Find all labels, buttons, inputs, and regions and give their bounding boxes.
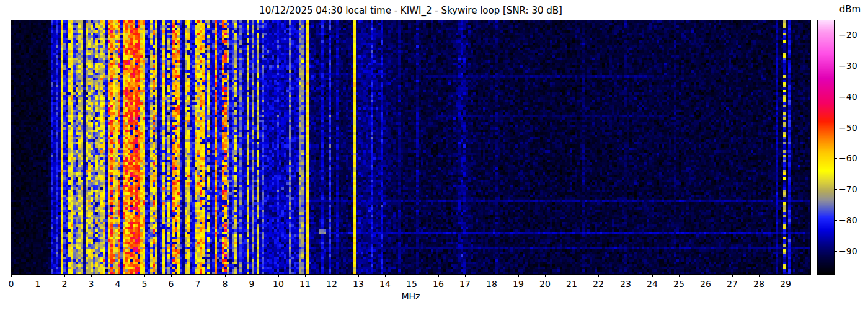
colorbar-tick-label: −60 (839, 153, 857, 164)
x-tick-label: 14 (373, 279, 397, 289)
x-tick-label: 2 (52, 279, 77, 289)
x-tick-label: 10 (266, 279, 291, 289)
x-tick-mark (225, 274, 226, 277)
x-tick-label: 6 (159, 279, 184, 289)
x-tick-label: 23 (613, 279, 638, 289)
x-tick-mark (786, 274, 786, 277)
x-tick-label: 18 (479, 279, 504, 289)
x-tick-mark (572, 274, 572, 277)
x-tick-mark (305, 274, 306, 277)
x-tick-label: 15 (399, 279, 424, 289)
colorbar-tick-mark (835, 128, 837, 128)
x-tick-label: 16 (426, 279, 451, 289)
x-tick-mark (252, 274, 252, 277)
x-tick-label: 24 (640, 279, 665, 289)
x-tick-mark (759, 274, 760, 277)
x-tick-mark (652, 274, 653, 277)
x-tick-label: 11 (293, 279, 317, 289)
x-tick-label: 19 (506, 279, 531, 289)
colorbar-tick-mark (835, 97, 837, 97)
colorbar-tick-mark (835, 158, 837, 159)
colorbar-tick-mark (835, 66, 837, 66)
colorbar-tick-label: −30 (839, 60, 857, 71)
colorbar-tick-label: −50 (839, 122, 857, 133)
x-tick-label: 9 (239, 279, 264, 289)
x-tick-mark (626, 274, 626, 277)
x-tick-label: 21 (559, 279, 584, 289)
x-tick-mark (144, 274, 145, 277)
colorbar-tick-label: −70 (839, 184, 857, 195)
x-tick-label: 5 (132, 279, 157, 289)
x-tick-label: 28 (746, 279, 771, 289)
x-tick-mark (198, 274, 198, 277)
x-axis-label: MHz (11, 291, 810, 301)
x-tick-mark (438, 274, 439, 277)
x-tick-label: 7 (185, 279, 210, 289)
x-tick-mark (598, 274, 599, 277)
x-tick-label: 3 (79, 279, 104, 289)
x-tick-label: 4 (105, 279, 130, 289)
x-tick-mark (278, 274, 279, 277)
x-tick-mark (706, 274, 706, 277)
chart-title: 10/12/2025 04:30 local time - KIWI_2 - S… (11, 5, 810, 16)
colorbar-tick-mark (835, 35, 837, 35)
colorbar-tick-mark (835, 251, 837, 252)
colorbar-tick-label: −40 (839, 91, 857, 102)
x-tick-mark (518, 274, 519, 277)
x-tick-mark (358, 274, 359, 277)
x-tick-mark (412, 274, 412, 277)
colorbar-tick-mark (835, 220, 837, 221)
x-tick-mark (492, 274, 492, 277)
waterfall-canvas (11, 20, 810, 274)
colorbar-tick-label: −90 (839, 246, 857, 257)
x-tick-label: 12 (319, 279, 344, 289)
x-tick-mark (64, 274, 65, 277)
x-tick-mark (118, 274, 118, 277)
colorbar-label: dBm (834, 4, 866, 15)
x-tick-label: 26 (693, 279, 718, 289)
x-tick-mark (38, 274, 38, 277)
x-tick-label: 20 (533, 279, 557, 289)
x-tick-mark (385, 274, 386, 277)
x-tick-mark (332, 274, 332, 277)
x-tick-label: 29 (773, 279, 798, 289)
x-tick-label: 27 (720, 279, 745, 289)
x-tick-mark (545, 274, 546, 277)
x-tick-label: 13 (346, 279, 371, 289)
x-tick-mark (91, 274, 92, 277)
colorbar-tick-label: −20 (839, 29, 857, 40)
x-tick-label: 17 (453, 279, 477, 289)
colorbar-tick-label: −80 (839, 215, 857, 226)
x-tick-mark (11, 274, 12, 277)
waterfall-figure: 10/12/2025 04:30 local time - KIWI_2 - S… (0, 0, 868, 310)
colorbar-canvas (818, 20, 834, 275)
x-tick-label: 0 (0, 279, 24, 289)
x-tick-label: 1 (25, 279, 50, 289)
x-tick-label: 25 (666, 279, 691, 289)
x-tick-mark (465, 274, 466, 277)
x-tick-label: 22 (586, 279, 611, 289)
x-tick-mark (732, 274, 733, 277)
x-tick-mark (171, 274, 172, 277)
x-tick-label: 8 (213, 279, 237, 289)
x-tick-mark (679, 274, 680, 277)
colorbar-tick-mark (835, 189, 837, 190)
